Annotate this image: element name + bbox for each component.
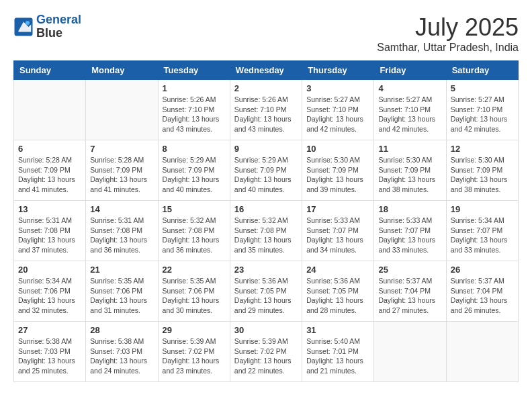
- day-number: 29: [163, 325, 226, 335]
- weekday-header-monday: Monday: [86, 61, 158, 80]
- calendar-cell: 5Sunrise: 5:27 AM Sunset: 7:10 PM Daylig…: [446, 80, 518, 140]
- weekday-header-sunday: Sunday: [14, 61, 86, 80]
- day-number: 30: [234, 325, 298, 335]
- calendar-cell: 3Sunrise: 5:27 AM Sunset: 7:10 PM Daylig…: [302, 80, 374, 140]
- weekday-header-friday: Friday: [374, 61, 446, 80]
- day-info: Sunrise: 5:27 AM Sunset: 7:10 PM Dayligh…: [451, 95, 514, 134]
- day-number: 19: [451, 204, 514, 214]
- day-info: Sunrise: 5:29 AM Sunset: 7:09 PM Dayligh…: [234, 155, 298, 195]
- day-number: 17: [306, 204, 369, 214]
- calendar-cell: [374, 322, 446, 382]
- calendar-cell: 22Sunrise: 5:35 AM Sunset: 7:06 PM Dayli…: [158, 261, 230, 322]
- calendar-cell: 24Sunrise: 5:36 AM Sunset: 7:05 PM Dayli…: [302, 261, 374, 322]
- day-number: 11: [378, 144, 441, 154]
- logo: General Blue: [13, 13, 81, 40]
- calendar-cell: 25Sunrise: 5:37 AM Sunset: 7:04 PM Dayli…: [374, 261, 446, 322]
- day-info: Sunrise: 5:34 AM Sunset: 7:07 PM Dayligh…: [451, 216, 514, 255]
- day-info: Sunrise: 5:32 AM Sunset: 7:08 PM Dayligh…: [234, 216, 298, 255]
- calendar-cell: 4Sunrise: 5:27 AM Sunset: 7:10 PM Daylig…: [374, 80, 446, 140]
- day-info: Sunrise: 5:26 AM Sunset: 7:10 PM Dayligh…: [163, 95, 226, 134]
- day-number: 1: [163, 83, 226, 93]
- day-info: Sunrise: 5:37 AM Sunset: 7:04 PM Dayligh…: [451, 276, 514, 316]
- day-info: Sunrise: 5:34 AM Sunset: 7:06 PM Dayligh…: [18, 276, 81, 316]
- day-number: 15: [163, 204, 226, 214]
- calendar-cell: 9Sunrise: 5:29 AM Sunset: 7:09 PM Daylig…: [230, 140, 302, 201]
- day-info: Sunrise: 5:35 AM Sunset: 7:06 PM Dayligh…: [90, 276, 153, 316]
- day-number: 4: [378, 83, 441, 93]
- calendar-cell: [86, 80, 158, 140]
- day-info: Sunrise: 5:27 AM Sunset: 7:10 PM Dayligh…: [306, 95, 369, 134]
- calendar-cell: [446, 322, 518, 382]
- calendar-cell: 8Sunrise: 5:29 AM Sunset: 7:09 PM Daylig…: [158, 140, 230, 201]
- calendar-cell: 2Sunrise: 5:26 AM Sunset: 7:10 PM Daylig…: [230, 80, 302, 140]
- calendar-cell: 21Sunrise: 5:35 AM Sunset: 7:06 PM Dayli…: [86, 261, 158, 322]
- day-info: Sunrise: 5:31 AM Sunset: 7:08 PM Dayligh…: [90, 216, 153, 255]
- week-row-5: 27Sunrise: 5:38 AM Sunset: 7:03 PM Dayli…: [14, 322, 519, 382]
- calendar-cell: 14Sunrise: 5:31 AM Sunset: 7:08 PM Dayli…: [86, 201, 158, 261]
- day-number: 6: [18, 144, 81, 154]
- calendar-cell: 13Sunrise: 5:31 AM Sunset: 7:08 PM Dayli…: [14, 201, 86, 261]
- day-number: 12: [451, 144, 514, 154]
- calendar-cell: 20Sunrise: 5:34 AM Sunset: 7:06 PM Dayli…: [14, 261, 86, 322]
- day-info: Sunrise: 5:36 AM Sunset: 7:05 PM Dayligh…: [306, 276, 369, 316]
- calendar-header-row: SundayMondayTuesdayWednesdayThursdayFrid…: [14, 61, 519, 80]
- day-number: 18: [378, 204, 441, 214]
- calendar-cell: 29Sunrise: 5:39 AM Sunset: 7:02 PM Dayli…: [158, 322, 230, 382]
- calendar-cell: 1Sunrise: 5:26 AM Sunset: 7:10 PM Daylig…: [158, 80, 230, 140]
- day-number: 14: [90, 204, 153, 214]
- calendar-cell: 26Sunrise: 5:37 AM Sunset: 7:04 PM Dayli…: [446, 261, 518, 322]
- day-number: 24: [306, 265, 369, 275]
- calendar-cell: 18Sunrise: 5:33 AM Sunset: 7:07 PM Dayli…: [374, 201, 446, 261]
- day-info: Sunrise: 5:32 AM Sunset: 7:08 PM Dayligh…: [163, 216, 226, 255]
- day-number: 13: [18, 204, 81, 214]
- day-number: 3: [306, 83, 369, 93]
- calendar-cell: [14, 80, 86, 140]
- weekday-header-thursday: Thursday: [302, 61, 374, 80]
- day-info: Sunrise: 5:36 AM Sunset: 7:05 PM Dayligh…: [234, 276, 298, 316]
- calendar-cell: 16Sunrise: 5:32 AM Sunset: 7:08 PM Dayli…: [230, 201, 302, 261]
- day-number: 16: [234, 204, 298, 214]
- week-row-3: 13Sunrise: 5:31 AM Sunset: 7:08 PM Dayli…: [14, 201, 519, 261]
- day-info: Sunrise: 5:33 AM Sunset: 7:07 PM Dayligh…: [378, 216, 441, 255]
- week-row-2: 6Sunrise: 5:28 AM Sunset: 7:09 PM Daylig…: [14, 140, 519, 201]
- day-info: Sunrise: 5:38 AM Sunset: 7:03 PM Dayligh…: [18, 336, 81, 376]
- calendar-body: 1Sunrise: 5:26 AM Sunset: 7:10 PM Daylig…: [14, 80, 519, 382]
- day-info: Sunrise: 5:30 AM Sunset: 7:09 PM Dayligh…: [306, 155, 369, 195]
- calendar-cell: 12Sunrise: 5:30 AM Sunset: 7:09 PM Dayli…: [446, 140, 518, 201]
- month-title: July 2025: [377, 13, 519, 42]
- day-info: Sunrise: 5:30 AM Sunset: 7:09 PM Dayligh…: [451, 155, 514, 195]
- weekday-header-tuesday: Tuesday: [158, 61, 230, 80]
- day-number: 25: [378, 265, 441, 275]
- day-info: Sunrise: 5:31 AM Sunset: 7:08 PM Dayligh…: [18, 216, 81, 255]
- week-row-4: 20Sunrise: 5:34 AM Sunset: 7:06 PM Dayli…: [14, 261, 519, 322]
- calendar-cell: 10Sunrise: 5:30 AM Sunset: 7:09 PM Dayli…: [302, 140, 374, 201]
- calendar-cell: 30Sunrise: 5:39 AM Sunset: 7:02 PM Dayli…: [230, 322, 302, 382]
- calendar-cell: 6Sunrise: 5:28 AM Sunset: 7:09 PM Daylig…: [14, 140, 86, 201]
- weekday-header-saturday: Saturday: [446, 61, 518, 80]
- day-number: 20: [18, 265, 81, 275]
- day-number: 7: [90, 144, 153, 154]
- calendar-cell: 27Sunrise: 5:38 AM Sunset: 7:03 PM Dayli…: [14, 322, 86, 382]
- title-block: July 2025 Samthar, Uttar Pradesh, India: [377, 13, 519, 54]
- calendar-cell: 7Sunrise: 5:28 AM Sunset: 7:09 PM Daylig…: [86, 140, 158, 201]
- day-info: Sunrise: 5:27 AM Sunset: 7:10 PM Dayligh…: [378, 95, 441, 134]
- calendar-cell: 17Sunrise: 5:33 AM Sunset: 7:07 PM Dayli…: [302, 201, 374, 261]
- calendar-cell: 19Sunrise: 5:34 AM Sunset: 7:07 PM Dayli…: [446, 201, 518, 261]
- day-info: Sunrise: 5:33 AM Sunset: 7:07 PM Dayligh…: [306, 216, 369, 255]
- day-info: Sunrise: 5:26 AM Sunset: 7:10 PM Dayligh…: [234, 95, 298, 134]
- day-info: Sunrise: 5:28 AM Sunset: 7:09 PM Dayligh…: [90, 155, 153, 195]
- calendar-cell: 11Sunrise: 5:30 AM Sunset: 7:09 PM Dayli…: [374, 140, 446, 201]
- week-row-1: 1Sunrise: 5:26 AM Sunset: 7:10 PM Daylig…: [14, 80, 519, 140]
- day-number: 2: [234, 83, 298, 93]
- day-info: Sunrise: 5:29 AM Sunset: 7:09 PM Dayligh…: [163, 155, 226, 195]
- day-number: 9: [234, 144, 298, 154]
- day-number: 31: [306, 325, 369, 335]
- day-info: Sunrise: 5:30 AM Sunset: 7:09 PM Dayligh…: [378, 155, 441, 195]
- day-number: 27: [18, 325, 81, 335]
- day-info: Sunrise: 5:28 AM Sunset: 7:09 PM Dayligh…: [18, 155, 81, 195]
- weekday-header-wednesday: Wednesday: [230, 61, 302, 80]
- day-info: Sunrise: 5:40 AM Sunset: 7:01 PM Dayligh…: [306, 336, 369, 376]
- day-number: 26: [451, 265, 514, 275]
- page-header: General Blue July 2025 Samthar, Uttar Pr…: [13, 13, 519, 54]
- day-number: 23: [234, 265, 298, 275]
